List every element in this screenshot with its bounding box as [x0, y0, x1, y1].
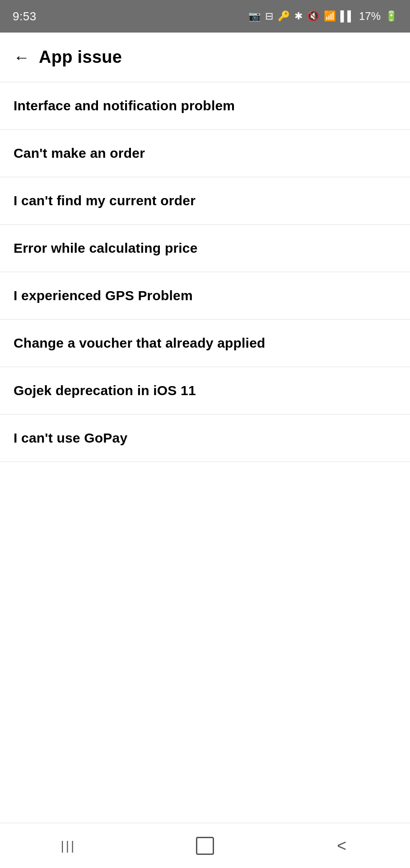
menu-list: Interface and notification problemCan't …: [0, 82, 410, 823]
list-item[interactable]: Interface and notification problem: [0, 82, 410, 130]
list-item-label: Gojek deprecation in iOS 11: [14, 383, 196, 398]
key-icon: 🔑: [278, 10, 290, 22]
list-item[interactable]: Can't make an order: [0, 130, 410, 177]
nav-home-button[interactable]: [137, 823, 274, 868]
status-right: 📷 ⊟ 🔑 ✱ 🔇 📶 ▌▌ 17% 🔋: [248, 10, 397, 23]
list-item-label: Change a voucher that already applied: [14, 335, 266, 351]
nav-back-button[interactable]: [273, 823, 410, 868]
list-item-label: Can't make an order: [14, 146, 145, 161]
back-arrow-icon: ←: [14, 49, 30, 66]
list-item-label: I can't use GoPay: [14, 430, 127, 446]
camera-icon: 📷: [248, 10, 261, 22]
home-icon: [196, 837, 214, 855]
list-item-label: I experienced GPS Problem: [14, 288, 193, 303]
page-title: App issue: [39, 47, 122, 67]
mute-icon: 🔇: [307, 10, 319, 22]
cast-icon: ⊟: [265, 10, 273, 22]
list-item[interactable]: I experienced GPS Problem: [0, 272, 410, 320]
nav-bar: [0, 823, 410, 868]
battery-icon: 🔋: [385, 10, 397, 22]
list-item-label: I can't find my current order: [14, 193, 196, 208]
bluetooth-icon: ✱: [294, 10, 303, 22]
status-bar: 9:53 📷 ⊟ 🔑 ✱ 🔇 📶 ▌▌ 17% 🔋: [0, 0, 410, 33]
nav-menu-button[interactable]: [0, 823, 137, 868]
battery-level: 17%: [359, 10, 381, 23]
list-item[interactable]: I can't find my current order: [0, 177, 410, 225]
signal-icon: ▌▌: [340, 10, 354, 22]
back-nav-icon: [337, 836, 346, 855]
menu-icon: [61, 839, 76, 853]
header: ← App issue: [0, 33, 410, 82]
list-item[interactable]: I can't use GoPay: [0, 415, 410, 462]
back-button[interactable]: ←: [14, 49, 30, 66]
status-time: 9:53: [13, 9, 37, 24]
list-item[interactable]: Error while calculating price: [0, 225, 410, 272]
list-item[interactable]: Gojek deprecation in iOS 11: [0, 367, 410, 415]
wifi-icon: 📶: [324, 10, 336, 22]
list-item[interactable]: Change a voucher that already applied: [0, 320, 410, 367]
list-item-label: Error while calculating price: [14, 241, 198, 256]
list-item-label: Interface and notification problem: [14, 98, 235, 113]
